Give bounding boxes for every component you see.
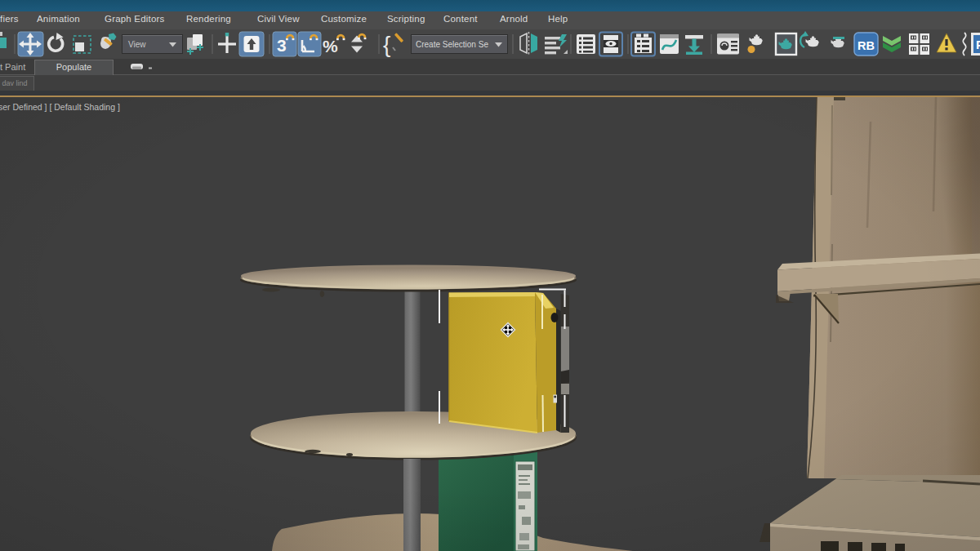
svg-text:View: View xyxy=(128,40,146,49)
svg-text:RB: RB xyxy=(858,39,875,52)
svg-text:{: { xyxy=(383,32,390,57)
svg-text:%: % xyxy=(323,37,338,56)
svg-text:Create Selection Se: Create Selection Se xyxy=(416,40,488,49)
svg-text:P: P xyxy=(976,38,980,51)
svg-text:3: 3 xyxy=(277,36,287,55)
